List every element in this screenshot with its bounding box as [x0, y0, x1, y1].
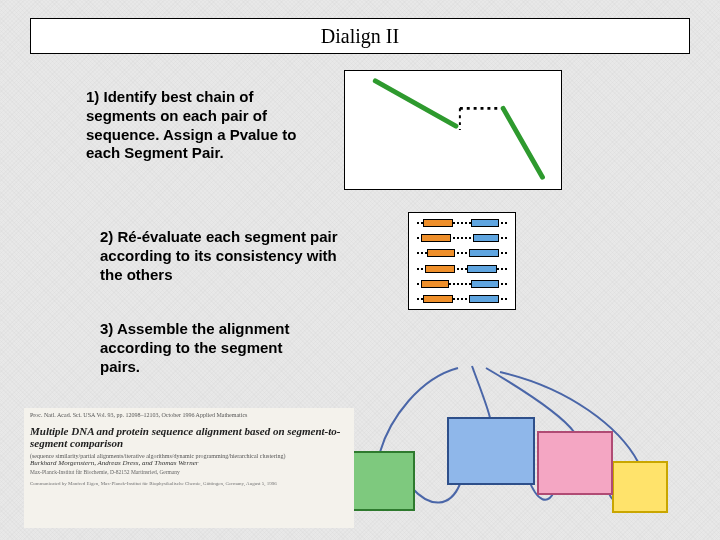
citation-affil: Max-Planck-Institut für Biochemie, D-821…	[30, 469, 348, 475]
assembly-box-pink	[538, 432, 612, 494]
assembly-diagram	[330, 358, 690, 528]
citation-received: Communicated by Manfred Eigen, Max-Planc…	[30, 481, 348, 486]
step-1-text: 1) Identify best chain of segments on ea…	[86, 88, 316, 163]
sequence-row	[417, 280, 507, 288]
step-2-text: 2) Ré-évaluate each segment pair accordi…	[100, 228, 340, 284]
citation-journal: Proc. Natl. Acad. Sci. USA Vol. 93, pp. …	[30, 412, 348, 419]
segment-block	[425, 265, 455, 273]
consistency-diagram	[408, 212, 516, 310]
step-3-text: 3) Assemble the alignment according to t…	[100, 320, 320, 376]
segment-block	[469, 295, 499, 303]
segment-block	[423, 295, 453, 303]
segment-block	[471, 219, 499, 227]
sequence-row	[417, 219, 507, 227]
title-box: Dialign II	[30, 18, 690, 54]
segment-block	[469, 249, 499, 257]
segment-block	[421, 280, 449, 288]
citation-snippet: Proc. Natl. Acad. Sci. USA Vol. 93, pp. …	[24, 408, 354, 528]
segment-block	[467, 265, 497, 273]
sequence-row	[417, 249, 507, 257]
assembly-box-blue	[448, 418, 534, 484]
segment-block	[473, 234, 499, 242]
segment-block	[427, 249, 455, 257]
segment-line	[503, 108, 542, 177]
assembly-box-green	[344, 452, 414, 510]
page-title: Dialign II	[321, 25, 399, 48]
assembly-box-yellow	[613, 462, 667, 512]
citation-title: Multiple DNA and protein sequence alignm…	[30, 425, 348, 450]
sequence-row	[417, 265, 507, 273]
citation-meta: (sequence similarity/partial alignments/…	[30, 453, 348, 460]
sequence-row	[417, 234, 507, 242]
sequence-row	[417, 295, 507, 303]
segment-block	[471, 280, 499, 288]
citation-authors: Burkhard Morgenstern, Andreas Dress, and…	[30, 459, 348, 467]
segment-line	[375, 81, 456, 126]
segment-block	[421, 234, 451, 242]
pairwise-chain-diagram	[344, 70, 562, 190]
segment-block	[423, 219, 453, 227]
